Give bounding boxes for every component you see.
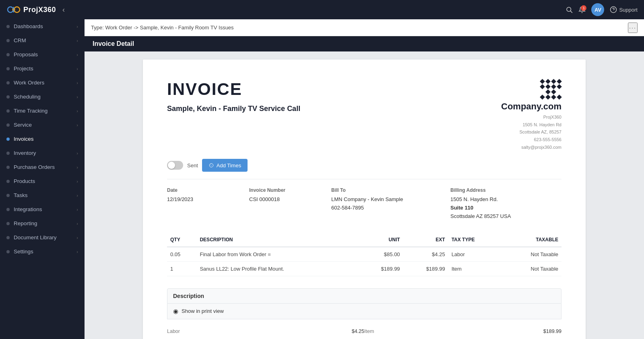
- sidebar-item-work-orders[interactable]: Work Orders ›: [0, 76, 85, 90]
- chevron-right-icon: ›: [76, 52, 78, 57]
- content-area: Type: Work Order -> Sample, Kevin - Fami…: [85, 19, 644, 339]
- tax-type-header: TAX TYPE: [448, 233, 501, 247]
- sidebar-item-left: Inventory: [6, 150, 36, 156]
- summary-label: Labor: [167, 329, 180, 334]
- sidebar-item-tasks[interactable]: Tasks ›: [0, 188, 85, 202]
- nav-right: 1 AV Support: [566, 3, 638, 16]
- sent-label: Sent: [187, 162, 198, 168]
- description-header: Description: [167, 288, 561, 304]
- summary-label: Item: [364, 329, 374, 334]
- sidebar-dot: [6, 194, 10, 197]
- invoice-header-row: INVOICE Sample, Kevin - Family TV Servic…: [167, 80, 561, 151]
- ext-header: EXT: [403, 233, 448, 247]
- summary-row: Labor$4.25: [167, 327, 364, 335]
- sidebar-item-inventory[interactable]: Inventory ›: [0, 146, 85, 160]
- add-times-label: Add Times: [217, 162, 241, 168]
- billing-addr-2: Suite 110: [450, 204, 561, 212]
- qty-header: QTY: [167, 233, 196, 247]
- invoice-client-name: Sample, Kevin - Family TV Service Call: [167, 105, 300, 113]
- logo-text: ProjX360: [23, 6, 56, 14]
- sidebar-label: Dashboards: [14, 23, 43, 29]
- sidebar-item-purchase-orders[interactable]: Purchase Orders ›: [0, 160, 85, 174]
- sidebar-item-scheduling[interactable]: Scheduling ›: [0, 90, 85, 104]
- sidebar-label: Invoices: [14, 136, 34, 142]
- sidebar-item-reporting[interactable]: Reporting ›: [0, 216, 85, 230]
- sidebar-item-left: Tasks: [6, 192, 28, 198]
- sidebar-item-left: Invoices: [6, 136, 34, 142]
- sidebar-item-crm[interactable]: CRM ›: [0, 33, 85, 47]
- sidebar-item-integrations[interactable]: Integrations ›: [0, 202, 85, 216]
- sent-toggle[interactable]: [167, 161, 183, 170]
- sidebar-item-left: Scheduling: [6, 94, 41, 100]
- sidebar-label: Proposals: [14, 51, 38, 58]
- page-title: Invoice Detail: [93, 40, 134, 47]
- sidebar-item-service[interactable]: Service ›: [0, 118, 85, 132]
- chevron-right-icon: ›: [76, 221, 78, 226]
- toggle-knob: [168, 162, 175, 169]
- sidebar-item-products[interactable]: Products ›: [0, 174, 85, 188]
- sidebar-item-settings[interactable]: Settings ›: [0, 244, 85, 259]
- sidebar-label: Scheduling: [14, 94, 41, 100]
- bill-to-value: LMN Company - Kevin Sample 602-584-7895: [331, 195, 442, 212]
- show-print-label: Show in print view: [182, 308, 224, 314]
- billing-address-label: Billing Address: [450, 187, 561, 193]
- sidebar-dot: [6, 123, 10, 127]
- desc-cell: Sanus LL22: Low Profile Flat Mount.: [196, 261, 358, 276]
- search-button[interactable]: [566, 6, 573, 13]
- table-row: 1 Sanus LL22: Low Profile Flat Mount. $1…: [167, 261, 561, 276]
- eye-icon: ◉: [173, 308, 178, 315]
- sidebar-item-left: Products: [6, 178, 35, 184]
- sidebar-item-left: Service: [6, 122, 32, 128]
- sidebar-item-invoices[interactable]: Invoices: [0, 132, 85, 146]
- invoice-main: INVOICE Sample, Kevin - Family TV Servic…: [85, 51, 644, 339]
- chevron-right-icon: ›: [76, 123, 78, 127]
- show-print-row[interactable]: ◉ Show in print view: [167, 304, 561, 319]
- invoice-title: INVOICE: [167, 80, 300, 99]
- company-email: salty@projx360.com: [501, 144, 561, 151]
- chevron-right-icon: ›: [76, 80, 78, 85]
- billing-addr-2-strong: Suite 110: [450, 205, 473, 211]
- search-icon: [566, 6, 573, 13]
- billing-addr-1: 1505 N. Hayden Rd.: [450, 195, 561, 204]
- sidebar-label: Tasks: [14, 192, 28, 198]
- sidebar-item-left: Time Tracking: [6, 108, 47, 114]
- chevron-right-icon: ›: [76, 165, 78, 170]
- support-button[interactable]: Support: [610, 6, 638, 13]
- date-value: 12/19/2023: [167, 195, 241, 204]
- main-layout: Dashboards › CRM › Proposals › Projects …: [0, 19, 644, 339]
- page-header: Invoice Detail: [85, 36, 644, 51]
- bill-to-phone: 602-584-7895: [331, 204, 442, 212]
- unit-cell: $189.99: [358, 261, 403, 276]
- sidebar-item-left: Projects: [6, 66, 33, 72]
- avatar-button[interactable]: AV: [591, 3, 604, 16]
- sidebar-label: Inventory: [14, 150, 36, 156]
- taxable-cell: Not Taxable: [501, 261, 561, 276]
- more-options-button[interactable]: ⋯: [628, 23, 638, 33]
- sidebar-item-document-library[interactable]: Document Library ›: [0, 230, 85, 244]
- sidebar-dot: [6, 67, 10, 70]
- tax-type-cell: Item: [448, 261, 501, 276]
- sidebar-item-left: Reporting: [6, 220, 37, 226]
- sidebar-item-left: Integrations: [6, 206, 42, 212]
- sidebar-item-time-tracking[interactable]: Time Tracking ›: [0, 104, 85, 118]
- chevron-right-icon: ›: [76, 207, 78, 212]
- summary-amount: $189.99: [543, 329, 561, 334]
- sidebar-collapse-button[interactable]: ‹: [61, 4, 66, 16]
- sidebar-item-dashboards[interactable]: Dashboards ›: [0, 19, 85, 33]
- add-times-button[interactable]: ⏲ Add Times: [202, 159, 248, 172]
- svg-line-4: [571, 11, 572, 12]
- sidebar-dot: [6, 95, 10, 99]
- table-header: QTY DESCRIPTION UNIT EXT TAX TYPE TAXABL…: [167, 233, 561, 247]
- chevron-right-icon: ›: [76, 193, 78, 198]
- sidebar-item-projects[interactable]: Projects ›: [0, 62, 85, 76]
- description-section: Description ◉ Show in print view: [167, 288, 561, 319]
- sidebar-label: Document Library: [14, 234, 57, 240]
- sidebar-item-proposals[interactable]: Proposals ›: [0, 47, 85, 62]
- taxable-header: TAXABLE: [501, 233, 561, 247]
- chevron-right-icon: ›: [76, 38, 78, 43]
- sidebar-dot: [6, 81, 10, 84]
- billing-address-value: 1505 N. Hayden Rd. Suite 110 Scottsdale …: [450, 195, 561, 220]
- sidebar-item-left: Settings: [6, 249, 33, 255]
- qty-cell: 1: [167, 261, 196, 276]
- notifications-button[interactable]: 1: [578, 6, 586, 13]
